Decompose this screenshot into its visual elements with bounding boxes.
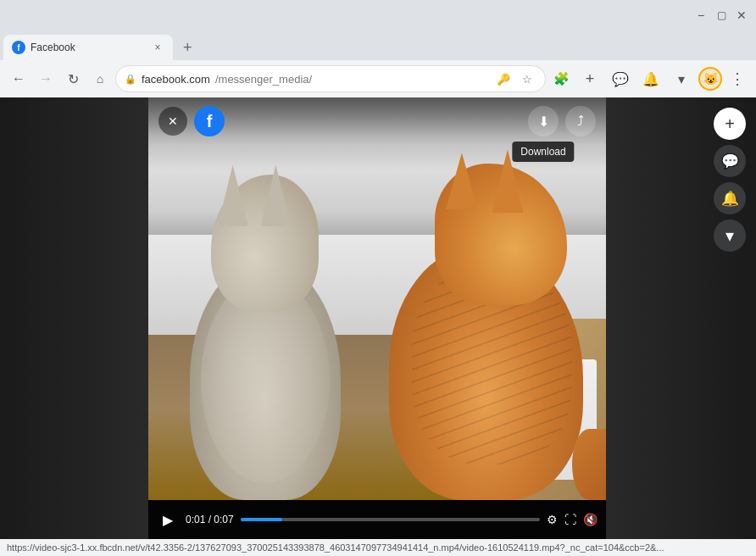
bg-blur-left [0,97,157,539]
fullscreen-button[interactable]: ⛶ [564,513,576,526]
lock-icon: 🔒 [125,74,136,85]
progress-bar[interactable] [241,518,540,521]
new-tab-button[interactable]: + [176,35,199,60]
home-button[interactable]: ⌂ [88,67,112,91]
chrome-menu-button[interactable]: ⋮ [725,67,749,91]
tab-title: Facebook [31,42,146,53]
bookmark-icon-btn[interactable]: ☆ [518,70,536,88]
progress-fill [241,518,282,521]
maximize-button[interactable]: ▢ [714,8,729,23]
time-display: 0:01 / 0:07 [186,514,234,525]
tab-favicon: f [12,41,25,54]
share-button[interactable]: ⤴ [565,106,596,136]
address-bar[interactable]: 🔒 facebook.com /messenger_media/ 🔑 ☆ [115,65,546,92]
url-path: /messenger_media/ [215,73,312,86]
nav-bar: ← → ↻ ⌂ 🔒 facebook.com /messenger_media/… [0,60,756,97]
toolbar-bell-button[interactable]: 🔔 [637,65,664,92]
extensions-button[interactable]: 🧩 [549,67,573,91]
reload-button[interactable]: ↻ [61,67,85,91]
window-controls: − ▢ ✕ [693,8,749,23]
tab-close-button[interactable]: × [151,41,164,54]
video-close-button[interactable]: ✕ [158,107,187,136]
toolbar-plus-button[interactable]: + [576,65,603,92]
volume-button[interactable]: 🔇 [583,513,598,526]
fb-plus-button[interactable]: + [714,108,746,140]
active-tab[interactable]: f Facebook × [3,35,173,60]
toolbar-messenger-button[interactable]: 💬 [607,65,634,92]
toolbar-dropdown-button[interactable]: ▾ [668,65,695,92]
video-viewport: ✕ f ⬇ Download ⤴ ▶ 0:01 / 0:07 ⚙ ⛶ 🔇 [148,97,606,539]
settings-button[interactable]: ⚙ [547,513,558,526]
fb-right-toolbar: + 💬 🔔 ▾ [714,108,746,252]
fb-dropdown-button[interactable]: ▾ [714,220,746,252]
forward-button[interactable]: → [34,67,58,91]
key-icon-btn[interactable]: 🔑 [494,70,513,88]
back-button[interactable]: ← [7,67,31,91]
fb-messenger-button[interactable]: 💬 [714,145,746,177]
download-button[interactable]: ⬇ [528,106,559,136]
video-header: ✕ f ⬇ Download ⤴ [148,97,606,145]
tab-bar: f Facebook × + [0,30,756,60]
status-bar: https://video-sjc3-1.xx.fbcdn.net/v/t42.… [0,539,756,556]
url-domain: facebook.com [142,73,210,86]
download-tooltip: Download [512,142,574,162]
profile-button[interactable]: 😺 [698,67,722,91]
fb-toolbar-buttons: + 💬 🔔 ▾ [576,65,695,92]
minimize-button[interactable]: − [693,8,709,23]
close-button[interactable]: ✕ [734,8,749,23]
main-content: ✕ f ⬇ Download ⤴ ▶ 0:01 / 0:07 ⚙ ⛶ 🔇 + 💬… [0,97,756,539]
fb-bell-button[interactable]: 🔔 [714,182,746,214]
fb-logo-button[interactable]: f [194,106,225,136]
status-url: https://video-sjc3-1.xx.fbcdn.net/v/t42.… [7,542,664,553]
play-button[interactable]: ▶ [157,512,179,528]
video-controls: ▶ 0:01 / 0:07 ⚙ ⛶ 🔇 [148,500,606,539]
